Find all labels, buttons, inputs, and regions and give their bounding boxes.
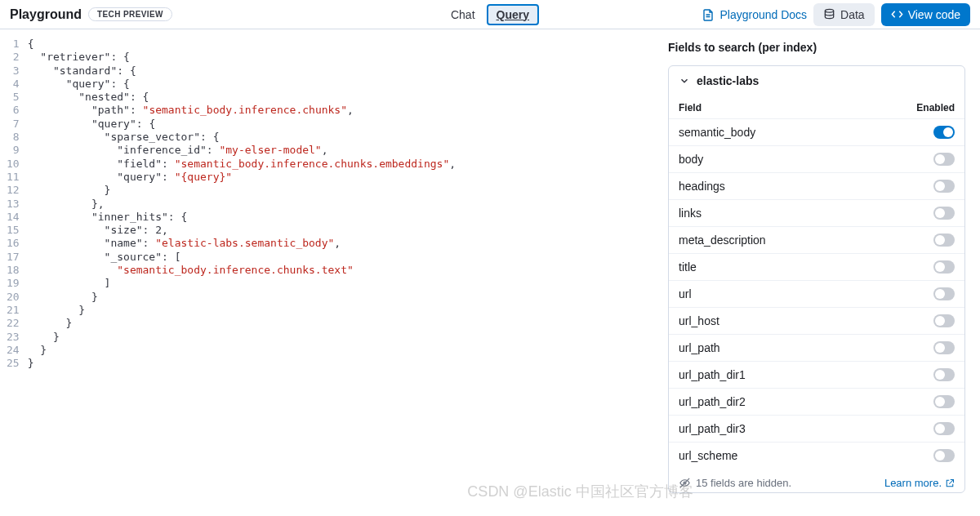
line-number: 25 bbox=[7, 357, 20, 370]
col-field-label: Field bbox=[679, 102, 702, 113]
field-toggle[interactable] bbox=[933, 153, 955, 166]
view-code-button[interactable]: View code bbox=[881, 3, 970, 26]
line-number: 3 bbox=[7, 64, 20, 78]
top-bar: Playground TECH PREVIEW Chat Query Playg… bbox=[0, 0, 980, 29]
fields-footer: 15 fields are hidden. Learn more. bbox=[669, 469, 964, 492]
code-line[interactable]: } bbox=[28, 304, 653, 317]
field-toggle[interactable] bbox=[933, 180, 955, 193]
line-number: 18 bbox=[7, 264, 20, 277]
page-title: Playground bbox=[10, 7, 82, 22]
data-button[interactable]: Data bbox=[813, 3, 875, 26]
code-line[interactable]: ] bbox=[28, 277, 653, 290]
view-code-button-label: View code bbox=[908, 8, 960, 21]
code-line[interactable]: } bbox=[28, 317, 653, 330]
tab-query[interactable]: Query bbox=[487, 4, 539, 25]
svg-point-0 bbox=[825, 9, 833, 12]
fields-table-head: Field Enabled bbox=[669, 96, 964, 119]
learn-more-link[interactable]: Learn more. bbox=[884, 477, 955, 489]
code-line[interactable]: "query": "{query}" bbox=[28, 171, 653, 184]
field-toggle[interactable] bbox=[933, 260, 955, 274]
line-number: 17 bbox=[7, 251, 20, 264]
code-line[interactable]: "standard": { bbox=[28, 64, 653, 78]
field-toggle[interactable] bbox=[933, 126, 955, 139]
code-line[interactable]: "inner_hits": { bbox=[28, 211, 653, 224]
code-line[interactable]: } bbox=[28, 184, 653, 197]
code-line[interactable]: "sparse_vector": { bbox=[28, 131, 653, 144]
index-name: elastic-labs bbox=[697, 74, 759, 87]
field-toggle[interactable] bbox=[933, 287, 955, 300]
code-line[interactable]: "semantic_body.inference.chunks.text" bbox=[28, 264, 653, 277]
code-line[interactable]: "nested": { bbox=[28, 91, 653, 104]
code-line[interactable]: { bbox=[28, 38, 653, 51]
code-line[interactable]: } bbox=[28, 357, 653, 370]
code-line[interactable]: "path": "semantic_body.inference.chunks"… bbox=[28, 104, 653, 117]
tab-chat[interactable]: Chat bbox=[441, 5, 485, 24]
docs-link-label: Playground Docs bbox=[719, 8, 807, 21]
field-name: url_host bbox=[679, 314, 719, 327]
code-icon bbox=[891, 8, 903, 20]
field-toggle[interactable] bbox=[933, 341, 955, 354]
code-line[interactable]: "query": { bbox=[28, 78, 653, 91]
field-name: body bbox=[679, 153, 703, 166]
field-row: semantic_body bbox=[669, 119, 964, 146]
main-content: 1234567891011121314151617181920212223242… bbox=[0, 29, 980, 516]
field-toggle[interactable] bbox=[933, 207, 955, 220]
line-number: 19 bbox=[7, 277, 20, 290]
field-toggle[interactable] bbox=[933, 234, 955, 247]
document-icon bbox=[702, 8, 715, 21]
field-name: url bbox=[679, 287, 692, 300]
field-toggle[interactable] bbox=[933, 314, 955, 327]
field-toggle[interactable] bbox=[933, 449, 955, 462]
line-number: 12 bbox=[7, 184, 20, 197]
line-number: 20 bbox=[7, 291, 20, 304]
playground-docs-link[interactable]: Playground Docs bbox=[702, 8, 807, 21]
database-icon bbox=[823, 8, 835, 20]
line-number: 8 bbox=[7, 131, 20, 144]
code-line[interactable]: "name": "elastic-labs.semantic_body", bbox=[28, 237, 653, 250]
field-name: url_path_dir1 bbox=[679, 368, 746, 381]
code-line[interactable]: } bbox=[28, 331, 653, 344]
field-row: meta_description bbox=[669, 227, 964, 254]
code-line[interactable]: "_source": [ bbox=[28, 251, 653, 264]
code-line[interactable]: "field": "semantic_body.inference.chunks… bbox=[28, 158, 653, 171]
field-name: headings bbox=[679, 180, 725, 193]
line-number: 15 bbox=[7, 224, 20, 237]
field-row: url_scheme bbox=[669, 443, 964, 469]
line-number: 7 bbox=[7, 118, 20, 131]
view-tabs: Chat Query bbox=[441, 4, 539, 25]
field-name: semantic_body bbox=[679, 126, 755, 139]
code-line[interactable]: "inference_id": "my-elser-model", bbox=[28, 144, 653, 157]
code-line[interactable]: } bbox=[28, 344, 653, 357]
field-row: title bbox=[669, 254, 964, 281]
line-number: 11 bbox=[7, 171, 20, 184]
field-toggle[interactable] bbox=[933, 422, 955, 435]
code-line[interactable]: "retriever": { bbox=[28, 51, 653, 64]
code-editor[interactable]: 1234567891011121314151617181920212223242… bbox=[0, 29, 653, 516]
index-accordion-header[interactable]: elastic-labs bbox=[669, 66, 964, 96]
index-accordion: elastic-labs Field Enabled semantic_body… bbox=[668, 65, 965, 493]
line-number: 14 bbox=[7, 211, 20, 224]
code-line[interactable]: "size": 2, bbox=[28, 224, 653, 237]
code-body[interactable]: { "retriever": { "standard": { "query": … bbox=[28, 38, 653, 516]
field-toggle[interactable] bbox=[933, 368, 955, 381]
line-number: 10 bbox=[7, 158, 20, 171]
line-number: 4 bbox=[7, 78, 20, 91]
line-number: 23 bbox=[7, 331, 20, 344]
line-number: 9 bbox=[7, 144, 20, 157]
field-row: headings bbox=[669, 173, 964, 200]
field-row: url_path_dir1 bbox=[669, 362, 964, 389]
code-line[interactable]: } bbox=[28, 291, 653, 304]
col-enabled-label: Enabled bbox=[916, 102, 955, 113]
field-toggle[interactable] bbox=[933, 395, 955, 408]
fields-panel: Fields to search (per index) elastic-lab… bbox=[653, 29, 980, 516]
field-row: url_path_dir3 bbox=[669, 416, 964, 443]
tech-preview-badge: TECH PREVIEW bbox=[88, 7, 172, 21]
line-number: 2 bbox=[7, 51, 20, 64]
field-name: url_path bbox=[679, 341, 720, 354]
field-name: url_scheme bbox=[679, 449, 737, 462]
field-row: body bbox=[669, 146, 964, 173]
code-line[interactable]: "query": { bbox=[28, 118, 653, 131]
data-button-label: Data bbox=[840, 8, 865, 21]
code-line[interactable]: }, bbox=[28, 198, 653, 211]
field-row: url_path bbox=[669, 335, 964, 362]
